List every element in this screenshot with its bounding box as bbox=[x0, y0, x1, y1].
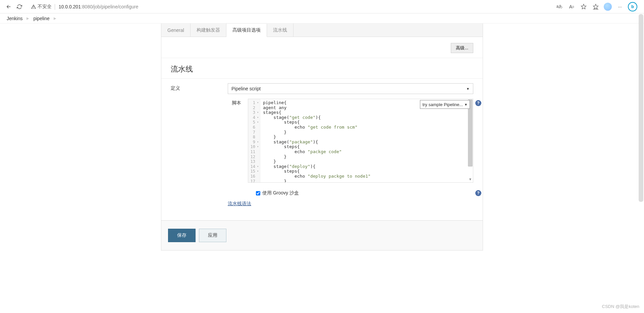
help-icon[interactable]: ? bbox=[475, 190, 481, 196]
definition-label: 定义 bbox=[171, 83, 228, 91]
breadcrumb: Jenkins ▶ pipeline ▶ bbox=[0, 13, 644, 24]
chevron-right-icon: ▶ bbox=[26, 16, 29, 20]
script-label: 脚本 bbox=[171, 99, 248, 183]
help-icon[interactable]: ? bbox=[475, 100, 481, 106]
chevron-right-icon: ▶ bbox=[54, 16, 56, 20]
address-bar[interactable]: 不安全 │ 10.0.0.201:8080/job/pipeline/confi… bbox=[28, 2, 553, 11]
definition-value: Pipeline script bbox=[231, 86, 261, 91]
separator: │ bbox=[54, 4, 57, 9]
sample-pipeline-select[interactable]: try sample Pipeline... ▼ bbox=[420, 100, 470, 109]
url-host: 10.0.0.201 bbox=[59, 4, 81, 9]
browser-toolbar: 不安全 │ 10.0.0.201:8080/job/pipeline/confi… bbox=[0, 0, 644, 13]
sample-label: try sample Pipeline... bbox=[422, 102, 463, 107]
security-label: 不安全 bbox=[38, 4, 52, 10]
tab-advanced-options[interactable]: 高级项目选项 bbox=[226, 24, 267, 37]
config-panel: General 构建触发器 高级项目选项 流水线 高级... 流水线 定义 Pi… bbox=[161, 24, 483, 251]
bing-icon[interactable]: b bbox=[628, 2, 637, 11]
config-tabs: General 构建触发器 高级项目选项 流水线 bbox=[161, 24, 483, 37]
sandbox-label: 使用 Groovy 沙盒 bbox=[262, 190, 299, 196]
toolbar-right: aあ A)) ··· b bbox=[555, 2, 641, 11]
editor-scrollbar[interactable] bbox=[468, 99, 473, 167]
tab-general[interactable]: General bbox=[161, 24, 191, 37]
definition-select[interactable]: Pipeline script ▼ bbox=[228, 83, 473, 94]
section-title-pipeline: 流水线 bbox=[161, 58, 483, 79]
read-aloud-icon[interactable]: A)) bbox=[568, 3, 576, 11]
script-editor[interactable]: 1234567891011121314151617 pipeline{agent… bbox=[248, 99, 473, 183]
tab-build-triggers[interactable]: 构建触发器 bbox=[191, 24, 226, 37]
url-path: /job/pipeline/configure bbox=[93, 4, 138, 9]
sandbox-checkbox[interactable] bbox=[256, 191, 260, 195]
favorites-list-icon[interactable] bbox=[592, 3, 600, 11]
warning-icon bbox=[31, 4, 36, 9]
translate-icon[interactable]: aあ bbox=[555, 3, 564, 11]
refresh-button[interactable] bbox=[14, 1, 25, 12]
apply-button[interactable]: 应用 bbox=[199, 229, 226, 242]
more-icon[interactable]: ··· bbox=[616, 3, 624, 11]
editor-code[interactable]: pipeline{agent anystages{ stage("get cod… bbox=[260, 99, 473, 182]
profile-avatar[interactable] bbox=[604, 3, 612, 11]
breadcrumb-jenkins[interactable]: Jenkins bbox=[7, 16, 22, 21]
url-port: :8080 bbox=[81, 4, 93, 9]
chevron-down-icon: ▼ bbox=[466, 87, 470, 91]
advanced-button[interactable]: 高级... bbox=[451, 43, 473, 53]
scroll-down-icon[interactable]: ▼ bbox=[468, 177, 473, 182]
pipeline-syntax-link[interactable]: 流水线语法 bbox=[228, 201, 251, 206]
favorite-icon[interactable] bbox=[580, 3, 588, 11]
page-scrollbar[interactable] bbox=[639, 14, 643, 202]
breadcrumb-pipeline[interactable]: pipeline bbox=[33, 16, 49, 21]
editor-gutter: 1234567891011121314151617 bbox=[248, 99, 260, 182]
save-button[interactable]: 保存 bbox=[168, 229, 196, 242]
back-button[interactable] bbox=[3, 1, 14, 12]
tab-pipeline[interactable]: 流水线 bbox=[267, 24, 293, 37]
chevron-down-icon: ▼ bbox=[464, 103, 468, 106]
